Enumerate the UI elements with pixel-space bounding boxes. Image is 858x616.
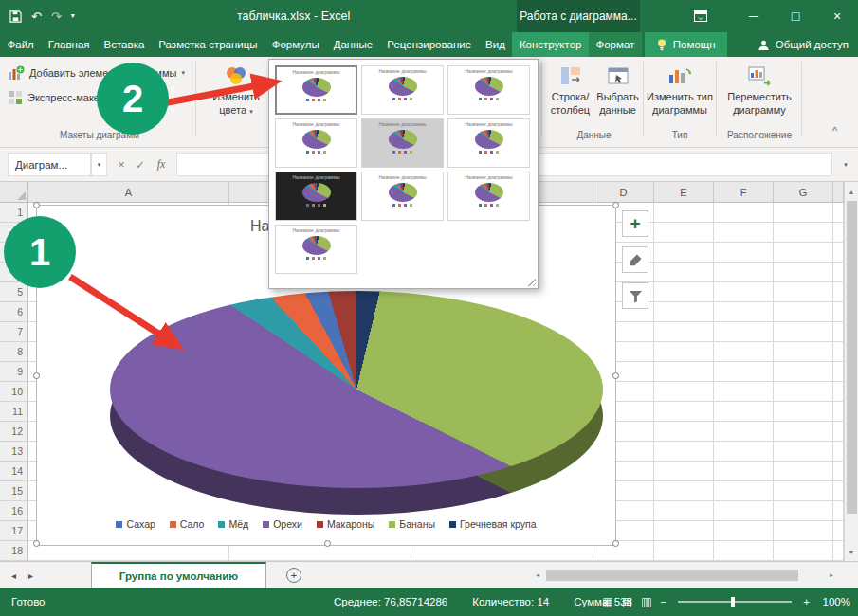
zoom-out-icon[interactable]: − xyxy=(661,596,667,607)
column-header-partial[interactable] xyxy=(833,182,844,203)
chart-handle[interactable] xyxy=(33,540,40,547)
scroll-down-icon[interactable]: ▼ xyxy=(845,544,858,559)
chart-style-thumbnail-4[interactable]: Название диаграммы xyxy=(275,118,357,168)
horizontal-scrollbar[interactable]: ◂ ▸ xyxy=(531,567,838,583)
chart-handle[interactable] xyxy=(612,202,619,208)
minimize-button[interactable]: ─ xyxy=(733,0,775,32)
row-header-9[interactable]: 9 xyxy=(0,362,28,382)
ribbon-tab-2[interactable]: Вставка xyxy=(97,32,152,57)
zoom-slider[interactable] xyxy=(678,601,792,603)
chart-style-thumbnail-2[interactable]: Название диаграммы xyxy=(361,65,444,115)
scroll-left-icon[interactable]: ◂ xyxy=(531,571,544,579)
zoom-in-icon[interactable]: + xyxy=(803,596,810,607)
ribbon-tab-1[interactable]: Главная xyxy=(41,32,97,57)
chart-filters-button[interactable] xyxy=(622,282,648,309)
vertical-scrollbar[interactable]: ▲ ▼ xyxy=(844,182,858,561)
ribbon-tab-3[interactable]: Разметка страницы xyxy=(152,32,265,57)
expand-formula-bar-icon[interactable]: ▾ xyxy=(838,153,853,176)
cancel-icon[interactable]: × xyxy=(112,153,131,176)
column-header-E[interactable]: E xyxy=(654,182,714,203)
ribbon-tab-7[interactable]: Вид xyxy=(479,32,513,57)
chart-handle[interactable] xyxy=(612,372,619,379)
change-colors-button[interactable]: Изменить цвета ▾ xyxy=(201,62,271,118)
tell-me-helper[interactable]: Помощн xyxy=(645,32,727,57)
chart-style-thumbnail-5[interactable]: Название диаграммы xyxy=(361,118,444,168)
column-header-G[interactable]: G xyxy=(774,182,833,203)
ribbon-tab-4[interactable]: Формулы xyxy=(265,32,326,57)
row-header-6[interactable]: 6 xyxy=(0,302,28,322)
row-header-1[interactable]: 1 xyxy=(0,203,28,223)
chart-style-thumbnail-1[interactable]: Название диаграммы xyxy=(275,65,357,115)
quick-layout-button[interactable]: Экспресс-макет ▾ xyxy=(8,88,112,107)
chart-style-thumbnail-8[interactable]: Название диаграммы xyxy=(361,172,444,221)
sheet-tab-active[interactable]: Группа по умолчанию xyxy=(91,562,266,588)
chart-handle[interactable] xyxy=(33,372,40,379)
maximize-button[interactable]: □ xyxy=(775,0,816,32)
collapse-ribbon-button[interactable]: ^ xyxy=(832,125,837,136)
save-icon[interactable] xyxy=(9,10,22,23)
row-header-18[interactable]: 18 xyxy=(0,541,28,561)
chart-style-thumbnail-6[interactable]: Название диаграммы xyxy=(447,118,530,168)
sheet-nav-left-icon[interactable]: ◂ xyxy=(11,571,16,581)
horizontal-scrollbar-thumb[interactable] xyxy=(546,570,798,581)
close-button[interactable]: × xyxy=(816,0,858,32)
row-header-8[interactable]: 8 xyxy=(0,342,28,362)
column-header-F[interactable]: F xyxy=(714,182,774,203)
switch-row-column-button[interactable]: Строка/ столбец xyxy=(547,62,593,118)
qat-customize-icon[interactable]: ▾ xyxy=(71,12,75,20)
row-header-5[interactable]: 5 xyxy=(0,282,28,302)
row-header-4[interactable]: 4 xyxy=(0,263,28,282)
view-normal-icon[interactable]: ▦ xyxy=(603,595,613,608)
view-page-break-icon[interactable]: ▥ xyxy=(641,595,651,608)
ribbon-display-options-icon[interactable] xyxy=(684,9,718,23)
chart-style-thumbnail-7[interactable]: Название диаграммы xyxy=(275,172,357,221)
row-header-16[interactable]: 16 xyxy=(0,501,28,521)
ribbon-tab-6[interactable]: Рецензирование xyxy=(380,32,479,57)
row-header-7[interactable]: 7 xyxy=(0,322,28,342)
chart-handle[interactable] xyxy=(612,540,619,547)
enter-check-icon[interactable]: ✓ xyxy=(131,153,150,176)
row-header-14[interactable]: 14 xyxy=(0,462,28,481)
add-sheet-button[interactable]: + xyxy=(286,568,301,583)
zoom-level[interactable]: 100% xyxy=(818,596,850,607)
chart-style-thumbnail-9[interactable]: Название диаграммы xyxy=(447,172,530,221)
move-chart-button[interactable]: Переместить диаграмму xyxy=(720,62,799,118)
select-all-corner[interactable] xyxy=(0,182,28,203)
row-header-15[interactable]: 15 xyxy=(0,481,28,501)
scroll-up-icon[interactable]: ▲ xyxy=(845,184,858,199)
name-box[interactable]: Диаграм... xyxy=(8,153,91,176)
view-page-layout-icon[interactable]: ▤ xyxy=(622,595,632,608)
select-data-button[interactable]: Выбрать данные xyxy=(594,62,641,118)
ribbon-tab-5[interactable]: Данные xyxy=(326,32,380,57)
chart-style-thumbnail-3[interactable]: Название диаграммы xyxy=(447,65,530,115)
row-header-2[interactable]: 2 xyxy=(0,223,28,243)
chart-handle[interactable] xyxy=(324,540,331,547)
chart-style-thumbnail-10[interactable]: Название диаграммы xyxy=(275,225,357,274)
row-header-3[interactable]: 3 xyxy=(0,243,28,263)
row-header-17[interactable]: 17 xyxy=(0,521,28,541)
row-header-11[interactable]: 11 xyxy=(0,402,28,422)
zoom-slider-thumb[interactable] xyxy=(731,597,735,607)
undo-icon[interactable]: ↶ xyxy=(31,10,42,23)
column-header-D[interactable]: D xyxy=(593,182,654,203)
chart-handle[interactable] xyxy=(33,202,40,208)
row-header-12[interactable]: 12 xyxy=(0,422,28,442)
add-chart-element-button[interactable]: Добавить элемент диаграммы ▾ xyxy=(8,63,185,82)
ribbon-tab-8[interactable]: Конструктор xyxy=(512,32,589,57)
row-header-10[interactable]: 10 xyxy=(0,382,28,402)
change-chart-type-button[interactable]: Изменить тип диаграммы xyxy=(646,62,714,118)
scroll-right-icon[interactable]: ▸ xyxy=(825,571,838,579)
resize-grip-icon[interactable] xyxy=(527,278,536,286)
name-box-dropdown-icon[interactable]: ▾ xyxy=(91,153,107,176)
vertical-scrollbar-thumb[interactable] xyxy=(847,201,857,514)
chart-styles-button[interactable] xyxy=(622,246,648,273)
sheet-nav-right-icon[interactable]: ▸ xyxy=(28,571,33,581)
share-button[interactable]: Общий доступ xyxy=(748,32,858,57)
ribbon-tab-0[interactable]: Файл xyxy=(0,32,41,57)
column-header-A[interactable]: A xyxy=(28,182,229,203)
ribbon-tab-9[interactable]: Формат xyxy=(589,32,642,57)
redo-icon[interactable]: ↷ xyxy=(51,10,62,23)
row-header-13[interactable]: 13 xyxy=(0,442,28,462)
chart-elements-button[interactable]: + xyxy=(622,210,648,237)
insert-function-icon[interactable]: fx xyxy=(150,153,173,176)
